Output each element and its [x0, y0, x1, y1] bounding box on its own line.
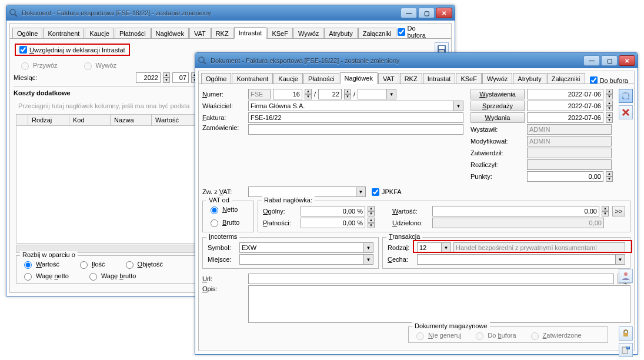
radio-przywoz[interactable]: Przywóz [18, 61, 58, 70]
radio-zatwierdzone[interactable]: Zatwierdzone [528, 331, 582, 340]
url-input[interactable] [248, 274, 614, 284]
wlasciciel-combo[interactable] [248, 101, 454, 111]
date-wydania[interactable] [527, 112, 603, 123]
month-input[interactable] [172, 72, 189, 83]
faktura-input[interactable] [248, 112, 463, 123]
symbol-combo[interactable] [239, 242, 364, 253]
wystawil-label: Wystawił: [471, 126, 525, 133]
titlebar[interactable]: Dokument - Faktura eksportowa [FSE-16/22… [6, 5, 455, 21]
date-wystawienia[interactable] [527, 89, 603, 99]
chevron-down-icon[interactable]: ▼ [454, 101, 463, 111]
tab-intrastat[interactable]: Intrastat [423, 73, 456, 84]
radio-ilosc[interactable]: Ilość [77, 259, 105, 269]
close-button[interactable]: ✕ [619, 55, 635, 66]
num-b-spinner[interactable]: ▲▼ [344, 89, 351, 99]
lock-icon[interactable] [619, 326, 633, 341]
tab-zalaczniki[interactable]: Załączniki [358, 28, 396, 39]
zw-vat-combo[interactable] [248, 186, 356, 197]
tab-rkz[interactable]: RKZ [211, 28, 233, 39]
add-note-icon[interactable]: + [619, 343, 633, 357]
tab-kaucje[interactable]: Kaucje [273, 73, 303, 84]
rodzaj-combo[interactable] [417, 242, 442, 253]
tab-zalaczniki[interactable]: Załączniki [547, 73, 585, 84]
radio-objetosc[interactable]: Objętość [123, 259, 163, 269]
minimize-button[interactable]: — [583, 55, 600, 66]
ogolny-input[interactable] [301, 206, 365, 216]
punkty-label: Punkty: [471, 173, 525, 180]
chevron-down-icon[interactable]: ▼ [356, 186, 366, 197]
numer-prefix [248, 89, 271, 99]
tab-intrastat[interactable]: Intrastat [234, 27, 267, 39]
tab-platnosci[interactable]: Płatności [115, 28, 151, 39]
tab-vat[interactable]: VAT [189, 28, 211, 39]
chevron-down-icon[interactable]: ▼ [442, 242, 451, 253]
chevron-down-icon[interactable]: ▼ [364, 242, 373, 253]
jpkfa-checkbox[interactable]: JPKFA [372, 188, 402, 196]
zamowienie-input[interactable] [248, 124, 463, 135]
cecha-combo[interactable] [417, 254, 616, 265]
wlasciciel-label: Właściciel: [202, 102, 246, 109]
tab-wywoz[interactable]: Wywóz [482, 73, 512, 84]
date-spinner[interactable]: ▲▼ [606, 112, 613, 123]
intrastat-checkbox[interactable]: Uwzględniaj w deklaracji Intrastat [19, 46, 125, 54]
tab-kontrahent[interactable]: Kontrahent [43, 28, 84, 39]
tab-platnosci[interactable]: Płatności [303, 73, 339, 84]
radio-niegeneruj[interactable]: Nie generuj [413, 331, 461, 340]
minimize-button[interactable]: — [401, 8, 417, 18]
punkty-spinner[interactable]: ▲▼ [606, 171, 613, 182]
tab-ksef[interactable]: KSeF [456, 73, 482, 84]
wydania-button[interactable]: Wydania [471, 112, 525, 123]
sprzedazy-button[interactable]: Sprzedaży [471, 101, 525, 111]
tab-ogolne[interactable]: Ogólne [12, 28, 42, 39]
tab-wywoz[interactable]: Wywóz [293, 28, 323, 39]
wystawienia-button[interactable]: Wystawienia [471, 89, 525, 99]
tab-atrybuty[interactable]: Atrybuty [324, 28, 357, 39]
num-a-input[interactable] [273, 89, 302, 99]
rabat-legend: Rabat nagłówka: [262, 196, 315, 204]
opis-textarea[interactable] [248, 285, 630, 323]
date-sprzedazy[interactable] [527, 101, 603, 111]
user-icon[interactable] [619, 269, 633, 283]
tab-vat[interactable]: VAT [378, 73, 399, 84]
radio-wage-brutto[interactable]: Wagę brutto [86, 271, 136, 281]
radio-wartosc[interactable]: Wartość [21, 259, 59, 269]
year-spinner[interactable]: ▲▼ [163, 72, 170, 83]
tab-ogolne[interactable]: Ogólne [201, 73, 231, 84]
maximize-button[interactable]: ▢ [601, 55, 618, 66]
maximize-button[interactable]: ▢ [418, 8, 435, 18]
tab-naglowek[interactable]: Nagłówek [151, 28, 189, 39]
punkty-input[interactable] [527, 171, 603, 182]
svg-line-1 [15, 14, 17, 16]
tab-rkz[interactable]: RKZ [400, 73, 422, 84]
zatwierdzil-field [527, 148, 612, 158]
date-spinner[interactable]: ▲▼ [606, 89, 613, 99]
tab-naglowek[interactable]: Nagłówek [340, 72, 378, 84]
platnosci-input[interactable] [301, 218, 365, 228]
miejsce-combo[interactable] [239, 254, 364, 265]
num-suffix-combo[interactable] [358, 89, 387, 99]
svg-rect-11 [623, 333, 628, 336]
date-spinner[interactable]: ▲▼ [606, 101, 613, 111]
num-b-input[interactable] [318, 89, 342, 99]
magnifier-icon [9, 8, 18, 18]
radio-brutto[interactable]: Brutto [208, 218, 239, 227]
wartosc-input[interactable] [432, 206, 599, 216]
delete-icon[interactable] [619, 105, 633, 119]
radio-wage-netto[interactable]: Wagę netto [21, 271, 69, 281]
tab-atrybuty[interactable]: Atrybuty [513, 73, 546, 84]
do-bufora-checkbox[interactable]: Do bufora [398, 25, 426, 39]
radio-netto[interactable]: Netto [208, 205, 238, 214]
tab-ksef[interactable]: KSeF [267, 28, 293, 39]
close-button[interactable]: ✕ [436, 8, 452, 18]
tab-kaucje[interactable]: Kaucje [85, 28, 114, 39]
radio-wywoz[interactable]: Wywóz [81, 61, 116, 70]
chip-icon[interactable] [619, 89, 633, 103]
titlebar[interactable]: Dokument - Faktura eksportowa [FSE-16/22… [195, 53, 638, 68]
num-a-spinner[interactable]: ▲▼ [305, 89, 312, 99]
radio-dobufora[interactable]: Do bufora [473, 331, 516, 340]
platnosci-label: Płatności: [263, 219, 298, 226]
chevron-down-icon[interactable]: ▼ [387, 89, 396, 99]
chevron-down-icon[interactable]: ▼ [364, 254, 373, 265]
tab-kontrahent[interactable]: Kontrahent [232, 73, 273, 84]
year-input[interactable] [136, 72, 161, 83]
